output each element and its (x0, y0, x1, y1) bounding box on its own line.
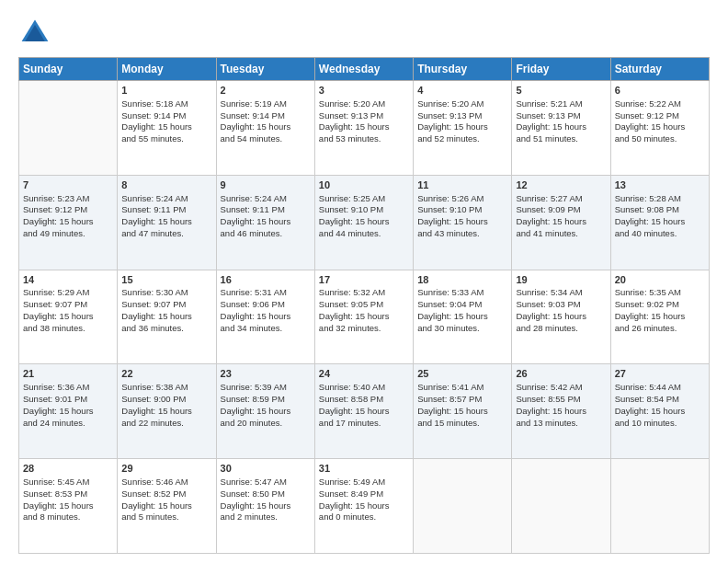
day-info-line: Sunset: 9:11 PM (121, 204, 211, 216)
day-info-line: Sunset: 9:13 PM (417, 110, 507, 122)
day-info-line: Sunrise: 5:25 AM (319, 193, 409, 205)
day-info-line: and 13 minutes. (516, 418, 606, 430)
day-info-line: Daylight: 15 hours (23, 311, 113, 323)
calendar-cell: 1Sunrise: 5:18 AMSunset: 9:14 PMDaylight… (118, 81, 216, 176)
day-info-line: Sunset: 9:06 PM (221, 299, 311, 311)
calendar-cell: 15Sunrise: 5:30 AMSunset: 9:07 PMDayligh… (118, 270, 216, 364)
day-number: 26 (516, 367, 606, 381)
day-info-line: Sunset: 9:09 PM (516, 204, 606, 216)
day-info-line: Sunrise: 5:32 AM (319, 287, 409, 299)
calendar-cell (512, 459, 610, 554)
day-info-line: Sunset: 9:14 PM (221, 110, 311, 122)
day-info-line: Sunset: 9:10 PM (319, 204, 409, 216)
day-info-line: and 17 minutes. (319, 418, 409, 430)
day-number: 25 (417, 367, 507, 381)
calendar-cell: 19Sunrise: 5:34 AMSunset: 9:03 PMDayligh… (512, 270, 610, 364)
day-info-line: Sunrise: 5:29 AM (23, 287, 113, 299)
day-number: 2 (221, 84, 311, 98)
col-friday: Friday (512, 58, 610, 81)
day-info-line: Sunrise: 5:49 AM (319, 477, 409, 488)
day-info-line: Sunset: 8:52 PM (121, 488, 211, 500)
day-info-line: Daylight: 15 hours (615, 216, 705, 228)
day-info-line: Sunrise: 5:23 AM (23, 193, 113, 205)
day-number: 12 (516, 178, 606, 192)
day-info-line: Daylight: 15 hours (516, 406, 606, 418)
calendar-body: 1Sunrise: 5:18 AMSunset: 9:14 PMDaylight… (19, 81, 710, 554)
day-info-line: and 51 minutes. (516, 133, 606, 145)
header-row: Sunday Monday Tuesday Wednesday Thursday… (19, 58, 710, 81)
day-number: 24 (319, 367, 409, 381)
day-number: 7 (23, 178, 113, 192)
day-info-line: Sunset: 9:08 PM (615, 204, 705, 216)
day-number: 13 (615, 178, 705, 192)
day-number: 30 (221, 462, 311, 476)
day-number: 14 (23, 273, 113, 287)
day-info-line: and 8 minutes. (23, 511, 113, 523)
day-info-line: Sunset: 9:13 PM (319, 110, 409, 122)
calendar-cell: 31Sunrise: 5:49 AMSunset: 8:49 PMDayligh… (314, 459, 413, 554)
day-number: 10 (319, 178, 409, 192)
day-number: 28 (23, 462, 113, 476)
day-info-line: Daylight: 15 hours (516, 311, 606, 323)
day-info-line: Sunrise: 5:19 AM (221, 98, 311, 110)
day-info-line: Sunrise: 5:24 AM (221, 193, 311, 205)
day-info-line: Daylight: 15 hours (319, 311, 409, 323)
day-info-line: Daylight: 15 hours (121, 500, 211, 512)
day-info-line: Sunset: 9:03 PM (516, 299, 606, 311)
day-info-line: and 34 minutes. (221, 323, 311, 335)
calendar-cell: 7Sunrise: 5:23 AMSunset: 9:12 PMDaylight… (19, 175, 118, 270)
day-info-line: and 0 minutes. (319, 511, 409, 523)
day-info-line: Daylight: 15 hours (121, 121, 211, 133)
day-info-line: Daylight: 15 hours (221, 500, 311, 512)
day-info-line: Daylight: 15 hours (121, 216, 211, 228)
day-info-line: Daylight: 15 hours (23, 216, 113, 228)
day-info-line: and 26 minutes. (615, 323, 705, 335)
day-info-line: and 50 minutes. (615, 133, 705, 145)
day-info-line: Daylight: 15 hours (615, 121, 705, 133)
calendar-cell: 24Sunrise: 5:40 AMSunset: 8:58 PMDayligh… (314, 364, 413, 459)
day-number: 4 (417, 84, 507, 98)
day-info-line: Daylight: 15 hours (23, 406, 113, 418)
calendar-week-row: 21Sunrise: 5:36 AMSunset: 9:01 PMDayligh… (19, 364, 710, 459)
day-number: 20 (615, 273, 705, 287)
day-info-line: Sunset: 8:55 PM (516, 394, 606, 406)
day-info-line: Daylight: 15 hours (417, 121, 507, 133)
calendar-cell: 27Sunrise: 5:44 AMSunset: 8:54 PMDayligh… (610, 364, 709, 459)
day-number: 1 (121, 84, 211, 98)
calendar-cell: 8Sunrise: 5:24 AMSunset: 9:11 PMDaylight… (118, 175, 216, 270)
day-info-line: Sunset: 9:01 PM (23, 394, 113, 406)
col-saturday: Saturday (610, 58, 709, 81)
day-info-line: Sunset: 9:00 PM (121, 394, 211, 406)
day-info-line: Sunset: 8:50 PM (221, 488, 311, 500)
day-info-line: Sunrise: 5:45 AM (23, 477, 113, 488)
day-number: 22 (121, 367, 211, 381)
day-info-line: Sunset: 8:49 PM (319, 488, 409, 500)
logo-icon (18, 17, 51, 50)
day-number: 8 (121, 178, 211, 192)
day-info-line: and 41 minutes. (516, 228, 606, 240)
logo (18, 17, 57, 50)
day-info-line: Sunset: 9:07 PM (121, 299, 211, 311)
day-info-line: Daylight: 15 hours (417, 216, 507, 228)
day-info-line: Sunset: 8:59 PM (221, 394, 311, 406)
day-info-line: Daylight: 15 hours (121, 406, 211, 418)
day-info-line: Sunset: 9:12 PM (23, 204, 113, 216)
calendar-cell: 2Sunrise: 5:19 AMSunset: 9:14 PMDaylight… (216, 81, 314, 176)
day-info-line: Sunrise: 5:44 AM (615, 382, 705, 394)
calendar-week-row: 28Sunrise: 5:45 AMSunset: 8:53 PMDayligh… (19, 459, 710, 554)
day-info-line: and 30 minutes. (417, 323, 507, 335)
day-info-line: Daylight: 15 hours (615, 406, 705, 418)
day-info-line: Sunrise: 5:26 AM (417, 193, 507, 205)
day-info-line: Sunrise: 5:30 AM (121, 287, 211, 299)
calendar-cell (19, 81, 118, 176)
day-number: 27 (615, 367, 705, 381)
day-info-line: Sunset: 9:05 PM (319, 299, 409, 311)
day-number: 19 (516, 273, 606, 287)
calendar-cell: 10Sunrise: 5:25 AMSunset: 9:10 PMDayligh… (314, 175, 413, 270)
day-info-line: Sunrise: 5:39 AM (221, 382, 311, 394)
calendar-cell: 16Sunrise: 5:31 AMSunset: 9:06 PMDayligh… (216, 270, 314, 364)
day-number: 17 (319, 273, 409, 287)
day-info-line: Daylight: 15 hours (121, 311, 211, 323)
day-info-line: Sunrise: 5:35 AM (615, 287, 705, 299)
day-info-line: and 46 minutes. (221, 228, 311, 240)
